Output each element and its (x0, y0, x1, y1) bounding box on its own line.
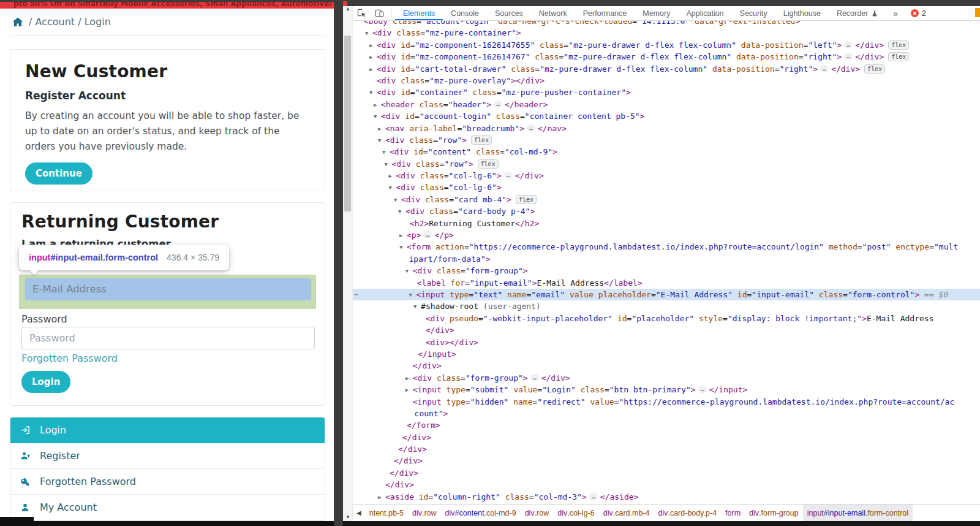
devtools-crumb[interactable]: div.card.mb-4 (599, 505, 654, 521)
expand-arrow-open-icon[interactable]: ▼ (374, 111, 381, 123)
flex-badge[interactable]: flex (888, 40, 909, 50)
expand-arrow-open-icon[interactable]: ▼ (389, 182, 396, 194)
collapsed-content-icon[interactable]: … (530, 374, 539, 381)
devtools-code-line[interactable]: <div></div> (353, 337, 980, 348)
devtools-crumb[interactable]: div#content.col-md-9 (441, 505, 521, 521)
home-icon[interactable] (12, 17, 23, 27)
devtools-code-line[interactable]: ▼<div class="col-lg-6"> (353, 181, 980, 193)
devtools-code-line[interactable]: <h2>Returning Customer</h2> (353, 218, 980, 229)
devtools-code-line[interactable]: ▼<div class="form-group"> (353, 265, 980, 276)
devtools-crumb[interactable]: div.form-group (745, 505, 803, 521)
expand-arrow-closed-icon[interactable]: ▶ (378, 492, 385, 503)
node-options-icon[interactable]: ⋯ (354, 289, 358, 300)
devtools-tab-sources[interactable]: Sources (487, 6, 531, 20)
collapsed-content-icon[interactable]: … (423, 231, 432, 238)
expand-arrow-open-icon[interactable]: ▼ (369, 87, 377, 99)
devtools-code-line[interactable]: ▶<p>…</p> (353, 229, 980, 241)
devtools-crumb[interactable]: div.row (521, 505, 554, 521)
devtools-selected-node[interactable]: ⋯▼<input type="text" name="email" value … (353, 289, 980, 300)
devtools-crumb[interactable]: div.card-body.p-4 (654, 505, 721, 521)
collapsed-content-icon[interactable]: … (504, 172, 513, 179)
devtools-tab-network[interactable]: Network (531, 6, 575, 20)
devtools-code-line[interactable]: </div> (353, 479, 980, 490)
expand-arrow-closed-icon[interactable]: ▶ (378, 123, 385, 135)
expand-arrow-closed-icon[interactable]: ▶ (389, 170, 396, 182)
continue-button[interactable]: Continue (25, 162, 92, 185)
devtools-crumb[interactable]: input#input-email.form-control (803, 505, 913, 521)
devtools-tab-lighthouse[interactable]: Lighthouse (775, 6, 829, 20)
account-menu-item-forgotten-password[interactable]: Forgotten Password (10, 469, 325, 495)
inspect-element-icon[interactable] (353, 6, 371, 20)
devtools-tab-application[interactable]: Application (678, 6, 731, 20)
collapsed-content-icon[interactable]: … (527, 124, 535, 132)
expand-arrow-open-icon[interactable]: ▼ (399, 242, 407, 253)
devtools-code-line[interactable]: ipart/form-data"> (353, 253, 980, 265)
flex-badge[interactable]: flex (478, 159, 499, 169)
devtools-crumb[interactable]: div.row (408, 505, 441, 521)
devtools-tab-recorder[interactable]: Recorder (829, 6, 886, 20)
collapsed-content-icon[interactable]: … (820, 65, 829, 72)
scrollbar-thumb[interactable] (344, 36, 351, 212)
devtools-tab-console[interactable]: Console (443, 6, 487, 20)
devtools-code-line[interactable]: ▶<div class="col-lg-6">…</div> (353, 170, 980, 181)
devtools-code-line[interactable]: <div class="mz-pure-overlay"></div> (353, 75, 980, 86)
page-scrollbar[interactable]: ▲ ▼ (343, 6, 353, 526)
forgotten-password-link[interactable]: Forgotten Password (21, 353, 118, 364)
devtools-code-line[interactable]: <body class="account-login" data-new-gr-… (353, 21, 980, 27)
devtools-code-line[interactable]: <label for="input-email">E-Mail Address<… (353, 277, 980, 289)
flex-badge[interactable]: flex (516, 195, 537, 204)
devtools-code-line[interactable]: ▶<input type="submit" value="Login" clas… (353, 384, 980, 395)
device-toolbar-icon[interactable] (371, 6, 388, 20)
devtools-code-line[interactable]: ▶<div id="cart-total-drawer" class="mz-p… (353, 63, 980, 75)
devtools-code-line[interactable]: ▼<div class="mz-pure-container"> (353, 27, 980, 39)
expand-arrow-open-icon[interactable]: ▼ (398, 206, 405, 218)
devtools-code-line[interactable]: ▶<nav aria-label="breadcrumb">…</nav> (353, 123, 980, 134)
devtools-code-line[interactable]: </input> (353, 348, 980, 360)
devtools-code-line[interactable]: ▼<div id="content" class="col-md-9"> (353, 146, 980, 158)
devtools-code-line[interactable]: </div> (353, 443, 980, 455)
password-input[interactable] (21, 327, 315, 349)
devtools-code-line[interactable]: ▼<div class="card mb-4">flex (353, 194, 980, 205)
account-menu-item-login[interactable]: Login (10, 417, 325, 443)
scrollbar-up-arrow[interactable]: ▲ (343, 6, 353, 12)
expand-arrow-closed-icon[interactable]: ▶ (369, 40, 377, 51)
window-splitter[interactable] (334, 0, 343, 526)
devtools-code-line[interactable]: ▼<div class="row">flex (353, 158, 980, 170)
collapsed-content-icon[interactable]: … (698, 386, 707, 393)
account-menu-item-my-account[interactable]: My Account (10, 495, 325, 520)
devtools-code-line[interactable]: </div> (353, 360, 980, 372)
breadcrumb-link-account[interactable]: Account (35, 16, 75, 28)
devtools-tab-memory[interactable]: Memory (635, 6, 678, 20)
expand-arrow-open-icon[interactable]: ▼ (378, 135, 385, 147)
devtools-code-line[interactable]: count"> (353, 408, 980, 419)
more-tabs-button[interactable]: » (888, 6, 903, 20)
devtools-code-line[interactable]: ▶<div id="mz-component-1626147655" class… (353, 39, 980, 51)
expand-arrow-closed-icon[interactable]: ▶ (399, 230, 407, 242)
devtools-code-line[interactable]: </div> (353, 467, 980, 479)
flex-badge[interactable]: flex (864, 64, 885, 74)
devtools-code-line[interactable]: ▶<header class="header">…</header> (353, 99, 980, 110)
breadcrumb-scroll-left-icon[interactable]: ◀ (353, 509, 365, 516)
error-badge[interactable]: ✕ 2 (911, 6, 926, 20)
flex-badge[interactable]: flex (471, 135, 492, 145)
expand-arrow-open-icon[interactable]: ▼ (413, 301, 421, 313)
devtools-code-line[interactable]: ▼<form action="https://ecommerce-playgro… (353, 241, 980, 253)
devtools-tab-security[interactable]: Security (732, 6, 775, 20)
expand-arrow-open-icon[interactable]: ▼ (394, 194, 401, 206)
collapsed-content-icon[interactable]: … (844, 53, 853, 60)
devtools-code-line[interactable]: <div pseudo="-webkit-input-placeholder" … (353, 313, 980, 324)
expand-arrow-closed-icon[interactable]: ▶ (405, 384, 413, 396)
devtools-crumb[interactable]: ntent.pb-5 (365, 505, 408, 521)
devtools-code-line[interactable]: ▼<div class="card-body p-4"> (353, 205, 980, 217)
devtools-code-line[interactable]: </div> (353, 432, 980, 443)
collapsed-content-icon[interactable]: … (494, 101, 502, 108)
devtools-crumb[interactable]: form (721, 505, 745, 521)
account-menu-item-register[interactable]: Register (10, 443, 325, 469)
devtools-code-line[interactable]: ▶<aside id="column-right" class="col-md-… (353, 491, 980, 503)
expand-arrow-open-icon[interactable]: ▼ (382, 147, 390, 158)
devtools-code-line[interactable]: ▶<div id="mz-component-162614767" class=… (353, 51, 980, 63)
expand-arrow-closed-icon[interactable]: ▶ (369, 64, 377, 75)
devtools-code-line[interactable]: ▼<div id="account-login" class="containe… (353, 110, 980, 122)
warning-badge-clipped[interactable] (975, 8, 980, 17)
devtools-code-line[interactable]: ▼#shadow-root (user-agent) (353, 300, 980, 312)
